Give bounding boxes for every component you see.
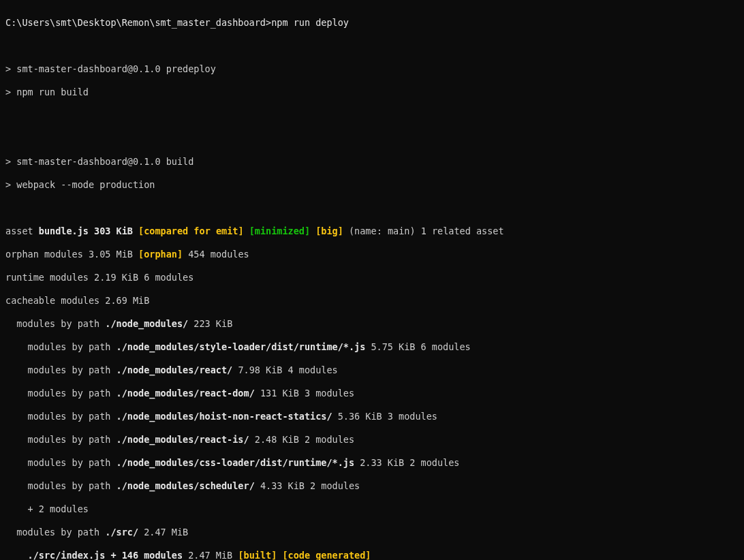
pre: modules by path bbox=[5, 388, 117, 399]
asset-tail: (name: main) 1 related asset bbox=[343, 225, 504, 236]
npm-script-line: > webpack --mode production bbox=[5, 179, 739, 191]
big-tag: [big] bbox=[310, 225, 343, 236]
module-row: modules by path ./node_modules/style-loa… bbox=[5, 341, 739, 353]
pre: modules by path bbox=[5, 434, 117, 445]
path: ./node_modules/react/ bbox=[117, 364, 233, 375]
blank-line bbox=[5, 110, 739, 121]
tail: 5.75 KiB 6 modules bbox=[365, 341, 470, 352]
blank-line bbox=[5, 202, 739, 214]
module-group-header: modules by path ./src/ 2.47 MiB bbox=[5, 527, 739, 538]
pre: modules by path bbox=[5, 411, 117, 422]
tail: 2.48 KiB 2 modules bbox=[249, 434, 354, 445]
module-row: + 2 modules bbox=[5, 503, 739, 515]
path: ./node_modules/style-loader/dist/runtime… bbox=[117, 341, 366, 352]
blank-line bbox=[5, 40, 739, 52]
module-row: modules by path ./node_modules/css-loade… bbox=[5, 457, 739, 469]
tail: 2.47 MiB bbox=[138, 527, 188, 538]
webpack-cacheable-line: cacheable modules 2.69 MiB bbox=[5, 295, 739, 307]
npm-script-line: > smt-master-dashboard@0.1.0 build bbox=[5, 156, 739, 168]
module-row: modules by path ./node_modules/react-dom… bbox=[5, 388, 739, 399]
webpack-runtime-line: runtime modules 2.19 KiB 6 modules bbox=[5, 272, 739, 283]
label: orphan modules 3.05 MiB bbox=[5, 249, 138, 260]
pre: modules by path bbox=[5, 341, 117, 352]
webpack-orphan-line: orphan modules 3.05 MiB [orphan] 454 mod… bbox=[5, 249, 739, 260]
module-group-header: modules by path ./node_modules/ 223 KiB bbox=[5, 318, 739, 330]
path: ./src/index.js + 146 modules bbox=[28, 550, 183, 560]
tail: 7.98 KiB 4 modules bbox=[232, 364, 337, 375]
pre: modules by path bbox=[5, 457, 117, 468]
path: ./src/ bbox=[105, 527, 138, 538]
module-row: modules by path ./node_modules/hoist-non… bbox=[5, 411, 739, 422]
path: ./node_modules/react-dom/ bbox=[117, 388, 255, 399]
indent bbox=[5, 550, 28, 560]
module-row: modules by path ./node_modules/react/ 7.… bbox=[5, 364, 739, 376]
label: asset bbox=[5, 225, 39, 236]
mid: 2.47 MiB bbox=[183, 550, 238, 560]
orphan-tag: [orphan] bbox=[138, 249, 183, 260]
pre: modules by path bbox=[5, 364, 117, 375]
tail: 223 KiB bbox=[188, 318, 232, 329]
pre: modules by path bbox=[5, 480, 117, 491]
code-generated-tag: [code generated] bbox=[277, 550, 371, 560]
webpack-asset-line: asset bundle.js 303 KiB [compared for em… bbox=[5, 225, 739, 237]
path: ./node_modules/scheduler/ bbox=[117, 480, 255, 491]
pre: modules by path bbox=[5, 318, 105, 329]
npm-script-line: > smt-master-dashboard@0.1.0 predeploy bbox=[5, 63, 739, 75]
module-row: modules by path ./node_modules/scheduler… bbox=[5, 480, 739, 492]
tail: 4.33 KiB 2 modules bbox=[255, 480, 360, 491]
terminal-output[interactable]: C:\Users\smt\Desktop\Remon\smt_master_da… bbox=[0, 0, 744, 560]
npm-script-line: > npm run build bbox=[5, 87, 739, 98]
module-row: modules by path ./node_modules/react-is/… bbox=[5, 434, 739, 446]
blank-line bbox=[5, 133, 739, 144]
minimized-tag: [minimized] bbox=[244, 225, 311, 236]
prompt-command: npm run deploy bbox=[271, 17, 349, 28]
path: ./node_modules/hoist-non-react-statics/ bbox=[117, 411, 332, 422]
asset-name: bundle.js 303 KiB bbox=[39, 225, 138, 236]
path: ./node_modules/ bbox=[105, 318, 188, 329]
prompt-path: C:\Users\smt\Desktop\Remon\smt_master_da… bbox=[5, 17, 271, 28]
prompt-line: C:\Users\smt\Desktop\Remon\smt_master_da… bbox=[5, 17, 739, 29]
tail: 131 KiB 3 modules bbox=[255, 388, 354, 399]
path: ./node_modules/css-loader/dist/runtime/*… bbox=[117, 457, 355, 468]
module-row: ./src/index.js + 146 modules 2.47 MiB [b… bbox=[5, 550, 739, 560]
path: ./node_modules/react-is/ bbox=[117, 434, 249, 445]
tail: 2.33 KiB 2 modules bbox=[354, 457, 459, 468]
emit-tag: [compared for emit] bbox=[138, 225, 243, 236]
built-tag: [built] bbox=[238, 550, 277, 560]
tail: 5.36 KiB 3 modules bbox=[332, 411, 437, 422]
tail: 454 modules bbox=[183, 249, 249, 260]
pre: modules by path bbox=[5, 527, 105, 538]
